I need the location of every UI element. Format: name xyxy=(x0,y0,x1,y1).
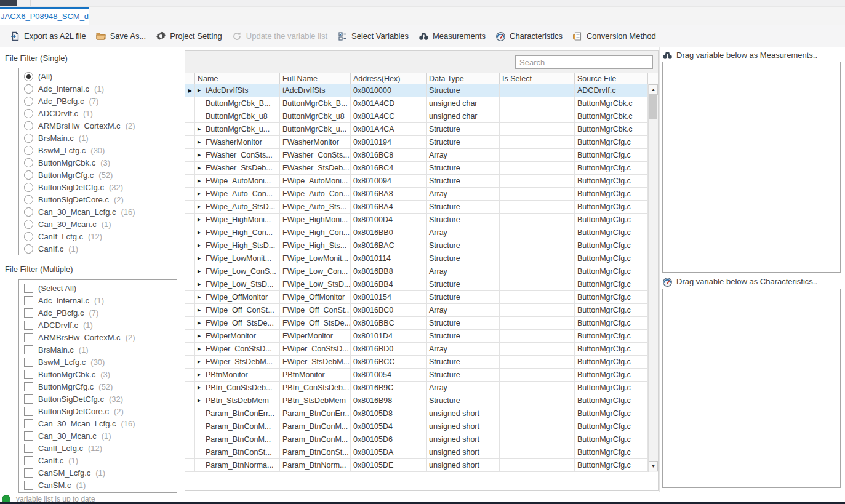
table-row[interactable]: ▶ ▶FWiper_StsDebM... FWiper_StsDebM... 0… xyxy=(185,356,658,369)
table-row[interactable]: ▶ ▶FWipe_Auto_Con... FWipe_Auto_Con... 0… xyxy=(185,188,658,201)
table-row[interactable]: ▶ ▶FWipe_Off_StsDe... FWipe_Off_StsDe...… xyxy=(185,317,658,330)
multiple-filter-option[interactable]: ButtonSigDetCore.c (2) xyxy=(19,405,177,417)
row-selector-cell[interactable]: ▶ xyxy=(185,201,195,213)
expand-icon[interactable]: ▶ xyxy=(198,398,206,403)
row-selector-cell[interactable]: ▶ xyxy=(185,149,195,161)
table-row[interactable]: ▶ ▶Param_BtnConSt... Param_BtnConSt... 0… xyxy=(185,446,658,459)
row-selector-cell[interactable]: ▶ xyxy=(185,382,195,394)
radio-button[interactable] xyxy=(24,134,33,143)
header-data-type[interactable]: Data Type xyxy=(427,73,500,84)
scroll-down-button[interactable]: ▼ xyxy=(649,461,658,471)
table-row[interactable]: ▶ ▶FWipe_Low_ConS... FWipe_Low_Con... 0x… xyxy=(185,265,658,278)
header-is-select[interactable]: Is Select xyxy=(500,73,575,84)
row-selector-cell[interactable]: ▶ xyxy=(185,459,195,471)
document-tab[interactable]: JACX6_P08948_SCM_de xyxy=(0,7,89,25)
header-name[interactable]: Name xyxy=(195,73,280,84)
single-filter-option[interactable]: Can_30_Mcan_Lcfg.c (16) xyxy=(19,206,177,218)
table-row[interactable]: ▶ ▶Param_BtnNorma... Param_BtnNorm... 0x… xyxy=(185,459,658,472)
row-selector-cell[interactable]: ▶ xyxy=(185,214,195,226)
expand-icon[interactable]: ▶ xyxy=(198,295,206,300)
radio-button[interactable] xyxy=(24,72,33,81)
update-variable-list-button[interactable]: Update the variable list xyxy=(227,28,332,44)
multiple-filter-option[interactable]: Can_30_Mcan.c (1) xyxy=(19,430,177,442)
single-filter-option[interactable]: Adc_PBcfg.c (7) xyxy=(19,95,177,107)
single-filter-option[interactable]: ButtonMgrCfg.c (52) xyxy=(19,169,177,181)
checkbox[interactable] xyxy=(24,382,33,391)
table-row[interactable]: ▶ ▶FWasherMonitor FWasherMonitor 0x80101… xyxy=(185,136,658,149)
expand-icon[interactable]: ▶ xyxy=(198,282,206,287)
radio-button[interactable] xyxy=(24,195,33,204)
checkbox[interactable] xyxy=(24,456,33,465)
row-selector-cell[interactable]: ▶ xyxy=(185,304,195,316)
table-row[interactable]: ▶ ▶FWipe_Low_StsD... FWipe_Low_StsD... 0… xyxy=(185,278,658,291)
table-row[interactable]: ▶ ▶PBtn_ConStsDeb... PBtn_ConStsDeb... 0… xyxy=(185,382,658,394)
checkbox[interactable] xyxy=(24,370,33,379)
table-row[interactable]: ▶ ▶FWipe_High_Con... FWipe_High_Con... 0… xyxy=(185,226,658,239)
multiple-filter-option[interactable]: CanSM.c (1) xyxy=(19,479,177,491)
single-filter-option[interactable]: CanIf_Lcfg.c (12) xyxy=(19,230,177,242)
table-row[interactable]: ▶ ▶FWasher_ConSts... FWasher_ConSts... 0… xyxy=(185,149,658,162)
multiple-filter-option[interactable]: BswM_Lcfg.c (30) xyxy=(19,356,177,368)
table-row[interactable]: ▶ ▶FWasher_StsDeb... FWasher_StsDeb... 0… xyxy=(185,162,658,175)
row-selector-cell[interactable]: ▶ xyxy=(185,433,195,446)
table-row[interactable]: ▶ ▶FWiper_ConStsD... FWiper_ConStsD... 0… xyxy=(185,343,658,356)
characteristics-drop-zone[interactable] xyxy=(662,289,841,488)
multiple-filter-option[interactable]: ButtonMgrCbk.c (3) xyxy=(19,368,177,380)
row-selector-cell[interactable]: ▶ xyxy=(185,265,195,278)
checkbox[interactable] xyxy=(24,358,33,367)
row-selector-cell[interactable]: ▶ xyxy=(185,291,195,303)
row-selector-cell[interactable]: ▶ xyxy=(185,317,195,329)
expand-icon[interactable]: ▶ xyxy=(198,372,206,377)
save-as-button[interactable]: Save As... xyxy=(91,28,151,44)
single-filter-option[interactable]: ButtonMgrCbk.c (3) xyxy=(19,156,177,169)
row-selector-cell[interactable]: ▶ xyxy=(185,188,195,200)
table-row[interactable]: ▶ ▶FWipe_Off_ConSt... FWipe_Off_ConSt...… xyxy=(185,304,658,317)
table-row[interactable]: ▶ ▶ButtonMgrCbk_u... ButtonMgrCbk_u... 0… xyxy=(185,123,658,136)
expand-icon[interactable]: ▶ xyxy=(198,217,206,222)
expand-icon[interactable]: ▶ xyxy=(198,321,206,326)
scrollbar-thumb[interactable] xyxy=(649,95,657,119)
row-selector-cell[interactable]: ▶ xyxy=(185,407,195,420)
single-filter-option[interactable]: (All) xyxy=(19,70,177,82)
expand-icon[interactable]: ▶ xyxy=(198,230,206,235)
header-full-name[interactable]: Full Name xyxy=(280,73,351,84)
single-filter-option[interactable]: ButtonSigDetCfg.c (32) xyxy=(19,181,177,193)
checkbox[interactable] xyxy=(24,444,33,453)
row-selector-cell[interactable]: ▶ xyxy=(185,356,195,368)
table-row[interactable]: ▶ ▶tAdcDrvIfSts tAdcDrvIfSts 0x8010000 S… xyxy=(185,84,658,97)
single-filter-option[interactable]: BswM_Lcfg.c (30) xyxy=(19,144,177,156)
row-selector-cell[interactable]: ▶ xyxy=(185,110,195,122)
multiple-filter-option[interactable]: CanIf_Lcfg.c (12) xyxy=(19,442,177,454)
expand-icon[interactable]: ▶ xyxy=(198,385,206,390)
expand-icon[interactable]: ▶ xyxy=(198,308,206,313)
checkbox[interactable] xyxy=(24,419,33,428)
expand-icon[interactable]: ▶ xyxy=(198,140,206,145)
radio-button[interactable] xyxy=(24,244,33,254)
table-row[interactable]: ▶ ▶PBtn_StsDebMem PBtn_StsDebMem 0x8016B… xyxy=(185,394,658,407)
multiple-filter-option[interactable]: ADCDrvIf.c (1) xyxy=(19,319,177,331)
expand-icon[interactable]: ▶ xyxy=(198,166,206,170)
checkbox[interactable] xyxy=(24,481,33,490)
radio-button[interactable] xyxy=(24,158,33,167)
expand-icon[interactable]: ▶ xyxy=(198,269,206,274)
table-row[interactable]: ▶ ▶Param_BtnConM... Param_BtnConM... 0x8… xyxy=(185,420,658,433)
table-row[interactable]: ▶ ▶FWipe_LowMonit... FWipe_LowMonit... 0… xyxy=(185,252,658,265)
checkbox[interactable] xyxy=(24,345,33,354)
row-selector-cell[interactable]: ▶ xyxy=(185,226,195,239)
radio-button[interactable] xyxy=(24,232,33,241)
multiple-filter-option[interactable]: (Select All) xyxy=(19,282,177,294)
row-selector-cell[interactable]: ▶ xyxy=(185,420,195,433)
single-filter-option[interactable]: CanIf.c (1) xyxy=(19,242,177,255)
table-row[interactable]: ▶ ▶PBtnMonitor PBtnMonitor 0x8010054 Str… xyxy=(185,369,658,382)
header-address[interactable]: Address(Hex) xyxy=(351,73,427,84)
multiple-filter-option[interactable]: CanTp_Lcfg.c (7) xyxy=(19,491,177,493)
expand-icon[interactable]: ▶ xyxy=(198,256,206,261)
scroll-up-button[interactable]: ▲ xyxy=(649,84,658,95)
radio-button[interactable] xyxy=(24,207,33,217)
radio-button[interactable] xyxy=(24,170,33,180)
single-filter-option[interactable]: ARMBrsHw_CortexM.c (2) xyxy=(19,119,177,132)
checkbox[interactable] xyxy=(24,308,33,318)
table-scrollbar[interactable]: ▲ ▼ xyxy=(648,84,658,472)
expand-icon[interactable]: ▶ xyxy=(198,243,206,248)
single-filter-option[interactable]: BrsMain.c (1) xyxy=(19,132,177,144)
